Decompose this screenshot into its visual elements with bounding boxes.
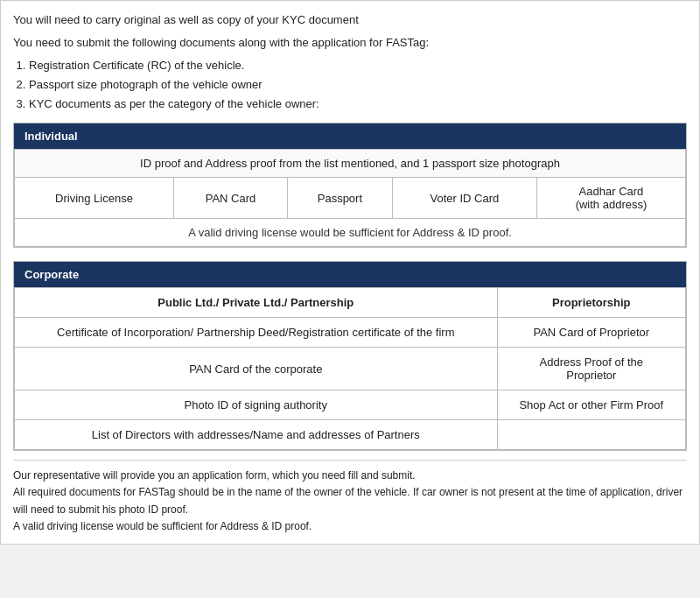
- intro-line1: You will need to carry original as well …: [13, 11, 687, 29]
- individual-section: Individual ID proof and Address proof fr…: [13, 123, 687, 248]
- corporate-row-1: PAN Card of the corporate Address Proof …: [15, 348, 686, 390]
- corporate-row-2: Photo ID of signing authority Shop Act o…: [15, 390, 686, 420]
- individual-subtitle-row: ID proof and Address proof from the list…: [15, 150, 686, 178]
- corporate-table: Public Ltd./ Private Ltd./ Partnership P…: [14, 287, 686, 450]
- corporate-section: Corporate Public Ltd./ Private Ltd./ Par…: [13, 261, 687, 451]
- corporate-row-1-col1: PAN Card of the corporate: [15, 348, 498, 390]
- individual-note-row: A valid driving license would be suffici…: [15, 219, 686, 247]
- col-pan-card: PAN Card: [173, 178, 287, 219]
- corporate-row-0-col2: PAN Card of Proprietor: [497, 318, 685, 348]
- corporate-col2-header: Proprietorship: [497, 288, 685, 318]
- col-driving-license: Driving License: [15, 178, 174, 219]
- corporate-row-0: Certificate of Incorporation/ Partnershi…: [15, 318, 686, 348]
- corporate-row-3: List of Directors with addresses/Name an…: [15, 420, 686, 450]
- corporate-row-2-col2: Shop Act or other Firm Proof: [497, 390, 685, 420]
- intro-list-item: KYC documents as per the category of the…: [29, 95, 687, 114]
- col-voter-id: Voter ID Card: [392, 178, 536, 219]
- individual-header: Individual: [14, 123, 686, 149]
- corporate-col1-header: Public Ltd./ Private Ltd./ Partnership: [15, 288, 498, 318]
- footer-line2: All required documents for FASTag should…: [13, 484, 687, 517]
- corporate-row-3-col2: [497, 420, 685, 450]
- intro-list: Registration Certificate (RC) of the veh…: [29, 56, 687, 114]
- individual-note: A valid driving license would be suffici…: [15, 219, 686, 247]
- individual-table: ID proof and Address proof from the list…: [14, 149, 686, 247]
- corporate-row-2-col1: Photo ID of signing authority: [15, 390, 498, 420]
- corporate-row-0-col1: Certificate of Incorporation/ Partnershi…: [15, 318, 498, 348]
- col-aadhar: Aadhar Card(with address): [536, 178, 685, 219]
- corporate-header: Corporate: [14, 262, 686, 287]
- footer-line3: A valid driving license would be suffici…: [13, 518, 687, 535]
- corporate-row-3-col1: List of Directors with addresses/Name an…: [15, 420, 498, 450]
- page-wrapper: You will need to carry original as well …: [0, 0, 700, 545]
- footer-line1: Our representative will provide you an a…: [13, 468, 687, 484]
- intro-list-item: Registration Certificate (RC) of the veh…: [29, 56, 687, 75]
- corporate-row-1-col2: Address Proof of theProprietor: [497, 348, 685, 390]
- individual-subtitle: ID proof and Address proof from the list…: [15, 150, 686, 178]
- intro-list-item: Passport size photograph of the vehicle …: [29, 75, 687, 95]
- corporate-header-row: Public Ltd./ Private Ltd./ Partnership P…: [15, 288, 686, 318]
- col-passport: Passport: [288, 178, 393, 219]
- intro-line2: You need to submit the following documen…: [13, 34, 687, 52]
- footer: Our representative will provide you an a…: [13, 460, 687, 535]
- individual-columns-row: Driving License PAN Card Passport Voter …: [15, 178, 686, 219]
